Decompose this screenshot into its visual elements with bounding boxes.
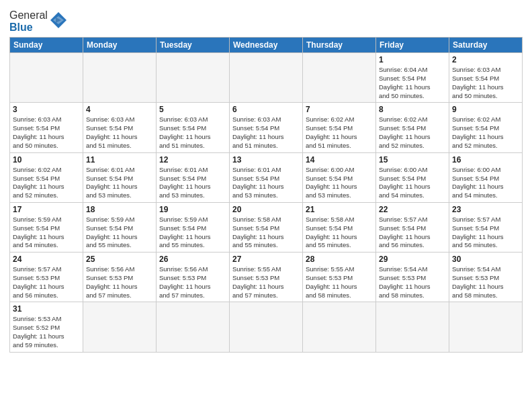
day-number: 29 <box>379 255 446 264</box>
day-info: Sunrise: 6:02 AMSunset: 5:54 PMDaylight:… <box>452 116 519 150</box>
calendar-cell: 15Sunrise: 6:00 AMSunset: 5:54 PMDayligh… <box>376 152 449 202</box>
calendar-cell: 20Sunrise: 5:58 AMSunset: 5:54 PMDayligh… <box>230 202 303 252</box>
calendar-week-1: 1Sunrise: 6:04 AMSunset: 5:54 PMDaylight… <box>10 53 523 103</box>
day-number: 23 <box>452 205 519 214</box>
weekday-header-friday: Friday <box>376 38 449 53</box>
day-info: Sunrise: 5:55 AMSunset: 5:53 PMDaylight:… <box>306 265 373 300</box>
calendar-cell: 26Sunrise: 5:56 AMSunset: 5:53 PMDayligh… <box>157 253 230 302</box>
logo-triangle-icon <box>49 11 68 30</box>
calendar-cell: 28Sunrise: 5:55 AMSunset: 5:53 PMDayligh… <box>303 253 376 302</box>
day-info: Sunrise: 5:59 AMSunset: 5:54 PMDaylight:… <box>86 216 153 250</box>
day-number: 18 <box>86 205 153 214</box>
day-info: Sunrise: 6:00 AMSunset: 5:54 PMDaylight:… <box>379 166 446 200</box>
weekday-header-tuesday: Tuesday <box>157 38 230 53</box>
day-info: Sunrise: 6:01 AMSunset: 5:54 PMDaylight:… <box>232 166 300 200</box>
day-info: Sunrise: 5:56 AMSunset: 5:53 PMDaylight:… <box>159 265 226 300</box>
logo-area: General Blue <box>9 9 68 33</box>
day-info: Sunrise: 6:03 AMSunset: 5:54 PMDaylight:… <box>159 116 226 150</box>
calendar-cell <box>230 53 303 103</box>
day-info: Sunrise: 6:00 AMSunset: 5:54 PMDaylight:… <box>306 166 373 200</box>
day-info: Sunrise: 6:02 AMSunset: 5:54 PMDaylight:… <box>306 116 373 150</box>
day-number: 25 <box>86 255 153 264</box>
day-info: Sunrise: 6:04 AMSunset: 5:54 PMDaylight:… <box>379 66 446 100</box>
weekday-header-sunday: Sunday <box>10 38 83 53</box>
calendar-week-3: 10Sunrise: 6:02 AMSunset: 5:54 PMDayligh… <box>10 152 523 202</box>
calendar-cell <box>83 53 157 103</box>
day-info: Sunrise: 5:57 AMSunset: 5:54 PMDaylight:… <box>379 216 446 250</box>
day-number: 5 <box>159 105 226 114</box>
calendar-cell <box>449 302 523 352</box>
calendar-cell <box>230 302 303 352</box>
day-info: Sunrise: 5:57 AMSunset: 5:54 PMDaylight:… <box>452 216 519 250</box>
calendar-cell: 22Sunrise: 5:57 AMSunset: 5:54 PMDayligh… <box>376 202 449 252</box>
calendar-cell <box>10 53 83 103</box>
calendar-table: SundayMondayTuesdayWednesdayThursdayFrid… <box>9 37 523 353</box>
calendar-cell: 1Sunrise: 6:04 AMSunset: 5:54 PMDaylight… <box>376 53 449 103</box>
day-info: Sunrise: 5:59 AMSunset: 5:54 PMDaylight:… <box>159 216 226 250</box>
day-number: 2 <box>452 55 519 64</box>
day-info: Sunrise: 6:02 AMSunset: 5:54 PMDaylight:… <box>13 166 80 200</box>
day-info: Sunrise: 6:03 AMSunset: 5:54 PMDaylight:… <box>86 116 153 150</box>
day-number: 31 <box>13 304 80 314</box>
day-info: Sunrise: 5:54 AMSunset: 5:53 PMDaylight:… <box>379 265 446 300</box>
day-number: 24 <box>13 255 80 264</box>
day-number: 26 <box>159 255 226 264</box>
logo-text: General Blue <box>9 9 48 33</box>
calendar-cell: 31Sunrise: 5:53 AMSunset: 5:52 PMDayligh… <box>10 302 83 352</box>
day-number: 11 <box>86 155 153 165</box>
calendar-cell: 30Sunrise: 5:54 AMSunset: 5:53 PMDayligh… <box>449 253 523 302</box>
day-info: Sunrise: 6:03 AMSunset: 5:54 PMDaylight:… <box>232 116 300 150</box>
day-number: 21 <box>306 205 373 214</box>
day-number: 6 <box>232 105 300 114</box>
calendar-cell: 2Sunrise: 6:03 AMSunset: 5:54 PMDaylight… <box>449 53 523 103</box>
calendar-week-5: 24Sunrise: 5:57 AMSunset: 5:53 PMDayligh… <box>10 253 523 302</box>
calendar-cell: 24Sunrise: 5:57 AMSunset: 5:53 PMDayligh… <box>10 253 83 302</box>
calendar-cell: 5Sunrise: 6:03 AMSunset: 5:54 PMDaylight… <box>157 103 230 152</box>
calendar-cell <box>303 302 376 352</box>
day-info: Sunrise: 5:57 AMSunset: 5:53 PMDaylight:… <box>13 265 80 300</box>
weekday-header-row: SundayMondayTuesdayWednesdayThursdayFrid… <box>10 38 523 53</box>
weekday-header-saturday: Saturday <box>449 38 523 53</box>
weekday-header-monday: Monday <box>83 38 157 53</box>
calendar-cell: 6Sunrise: 6:03 AMSunset: 5:54 PMDaylight… <box>230 103 303 152</box>
day-number: 13 <box>232 155 300 165</box>
day-info: Sunrise: 6:02 AMSunset: 5:54 PMDaylight:… <box>379 116 446 150</box>
day-info: Sunrise: 6:03 AMSunset: 5:54 PMDaylight:… <box>13 116 80 150</box>
day-number: 19 <box>159 205 226 214</box>
day-number: 30 <box>452 255 519 264</box>
calendar-week-6: 31Sunrise: 5:53 AMSunset: 5:52 PMDayligh… <box>10 302 523 352</box>
day-number: 12 <box>159 155 226 165</box>
day-info: Sunrise: 6:01 AMSunset: 5:54 PMDaylight:… <box>159 166 226 200</box>
logo-general: General <box>9 9 48 21</box>
day-info: Sunrise: 5:54 AMSunset: 5:53 PMDaylight:… <box>452 265 519 300</box>
day-number: 7 <box>306 105 373 114</box>
day-number: 20 <box>232 205 300 214</box>
calendar-cell <box>83 302 157 352</box>
calendar-page: General Blue SundayMondayTuesdayWednesda… <box>0 0 532 411</box>
calendar-cell: 27Sunrise: 5:55 AMSunset: 5:53 PMDayligh… <box>230 253 303 302</box>
calendar-cell: 19Sunrise: 5:59 AMSunset: 5:54 PMDayligh… <box>157 202 230 252</box>
weekday-header-thursday: Thursday <box>303 38 376 53</box>
day-number: 1 <box>379 55 446 64</box>
calendar-cell <box>376 302 449 352</box>
day-info: Sunrise: 5:55 AMSunset: 5:53 PMDaylight:… <box>232 265 300 300</box>
day-number: 3 <box>13 105 80 114</box>
day-info: Sunrise: 5:53 AMSunset: 5:52 PMDaylight:… <box>13 315 80 349</box>
header: General Blue <box>9 7 523 33</box>
day-info: Sunrise: 5:56 AMSunset: 5:53 PMDaylight:… <box>86 265 153 300</box>
day-number: 27 <box>232 255 300 264</box>
calendar-cell: 9Sunrise: 6:02 AMSunset: 5:54 PMDaylight… <box>449 103 523 152</box>
calendar-cell: 4Sunrise: 6:03 AMSunset: 5:54 PMDaylight… <box>83 103 157 152</box>
day-number: 10 <box>13 155 80 165</box>
calendar-cell: 7Sunrise: 6:02 AMSunset: 5:54 PMDaylight… <box>303 103 376 152</box>
calendar-cell: 8Sunrise: 6:02 AMSunset: 5:54 PMDaylight… <box>376 103 449 152</box>
calendar-week-4: 17Sunrise: 5:59 AMSunset: 5:54 PMDayligh… <box>10 202 523 252</box>
calendar-cell: 18Sunrise: 5:59 AMSunset: 5:54 PMDayligh… <box>83 202 157 252</box>
day-number: 17 <box>13 205 80 214</box>
calendar-cell: 14Sunrise: 6:00 AMSunset: 5:54 PMDayligh… <box>303 152 376 202</box>
calendar-cell: 13Sunrise: 6:01 AMSunset: 5:54 PMDayligh… <box>230 152 303 202</box>
weekday-header-wednesday: Wednesday <box>230 38 303 53</box>
calendar-cell: 23Sunrise: 5:57 AMSunset: 5:54 PMDayligh… <box>449 202 523 252</box>
day-info: Sunrise: 5:58 AMSunset: 5:54 PMDaylight:… <box>232 216 300 250</box>
calendar-cell <box>157 302 230 352</box>
